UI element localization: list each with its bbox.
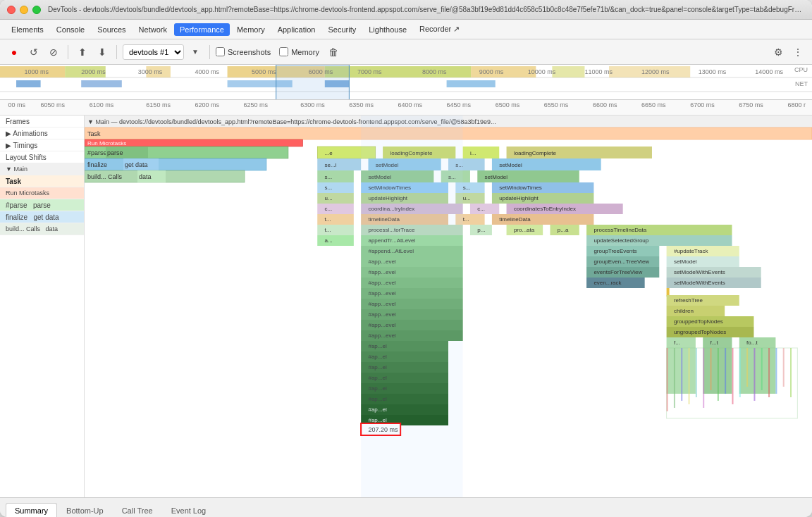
menu-application[interactable]: Application xyxy=(272,23,321,36)
svg-text:coordinatesToEntryIndex: coordinatesToEntryIndex xyxy=(514,206,576,212)
detail-ruler-svg: 00 ms 6050 ms 6100 ms 6150 ms 6200 ms 62… xyxy=(0,100,812,113)
svg-text:6300 ms: 6300 ms xyxy=(300,101,325,108)
toolbar-divider-1 xyxy=(68,45,68,59)
flamechart-container: Frames ▶ Animations ▶ Timings Layout Shi… xyxy=(0,116,812,497)
svg-text:refreshTree: refreshTree xyxy=(674,297,703,304)
perf-main: Frames ▶ Animations ▶ Timings Layout Shi… xyxy=(0,116,812,517)
svg-text:updateSelectedGroup: updateSelectedGroup xyxy=(593,237,648,244)
label-build: build... Calls data xyxy=(0,223,84,235)
menu-network[interactable]: Network xyxy=(133,23,173,36)
maximize-button[interactable] xyxy=(32,6,41,14)
devtools-window: DevTools - devtools://devtools/bundled/d… xyxy=(0,0,812,517)
svg-text:Run Microtasks: Run Microtasks xyxy=(87,140,126,147)
tab-summary[interactable]: Summary xyxy=(6,503,57,517)
svg-text:5000 ms: 5000 ms xyxy=(252,68,276,75)
menu-elements[interactable]: Elements xyxy=(6,23,49,36)
svg-text:6700 ms: 6700 ms xyxy=(690,101,715,108)
svg-rect-210 xyxy=(696,348,697,397)
label-timings[interactable]: ▶ Timings xyxy=(0,139,84,151)
detail-time-ruler: 00 ms 6050 ms 6100 ms 6150 ms 6200 ms 62… xyxy=(0,100,812,116)
svg-text:setModelWithEvents: setModelWithEvents xyxy=(674,280,725,286)
download-button[interactable]: ⬇ xyxy=(94,44,111,61)
svg-rect-220 xyxy=(768,348,770,397)
svg-text:t...: t... xyxy=(325,216,331,223)
tab-bottom-up[interactable]: Bottom-Up xyxy=(57,503,113,517)
svg-text:6550 ms: 6550 ms xyxy=(544,101,569,108)
tab-event-log[interactable]: Event Log xyxy=(162,503,216,517)
label-finalize: finalize get data xyxy=(0,211,84,223)
svg-rect-217 xyxy=(746,348,748,387)
svg-text:a...: a... xyxy=(325,237,333,244)
svg-rect-134 xyxy=(317,235,354,246)
svg-text:3000 ms: 3000 ms xyxy=(138,68,163,75)
svg-rect-221 xyxy=(775,348,777,394)
svg-text:setModel: setModel xyxy=(674,258,697,265)
svg-rect-223 xyxy=(790,348,792,397)
svg-text:build... Calls: build... Calls xyxy=(87,173,123,180)
label-frames: Frames xyxy=(0,116,84,127)
label-run-microtasks: Run Microtasks xyxy=(0,187,84,199)
svg-rect-70 xyxy=(463,147,500,158)
menu-recorder[interactable]: Recorder ↗ xyxy=(414,23,465,36)
target-expand-button[interactable]: ▼ xyxy=(187,44,204,61)
svg-text:data: data xyxy=(139,173,152,180)
svg-rect-211 xyxy=(703,348,704,408)
delete-recordings-button[interactable]: 🗑 xyxy=(325,44,342,61)
svg-text:6600 ms: 6600 ms xyxy=(593,101,617,108)
title-bar: DevTools - devtools://devtools/bundled/d… xyxy=(0,0,812,20)
svg-text:t...: t... xyxy=(463,216,469,223)
svg-rect-14 xyxy=(447,80,496,87)
menu-sources[interactable]: Sources xyxy=(92,23,131,36)
label-main-thread: ▼ Main xyxy=(0,163,84,175)
memory-checkbox[interactable] xyxy=(279,47,288,56)
svg-rect-203 xyxy=(739,337,776,394)
svg-text:6100 ms: 6100 ms xyxy=(90,101,114,108)
close-button[interactable] xyxy=(7,6,16,14)
svg-text:c...: c... xyxy=(477,206,485,212)
settings-button[interactable]: ⚙ xyxy=(770,44,787,61)
svg-text:setModel: setModel xyxy=(499,162,522,168)
svg-text:...e: ...e xyxy=(325,150,333,156)
screenshots-label[interactable]: Screenshots xyxy=(216,47,271,56)
svg-text:even...rack: even...rack xyxy=(593,280,622,286)
flamechart-canvas[interactable]: ▼ Main — devtools://devtools/bundled/dev… xyxy=(85,116,812,497)
menu-memory[interactable]: Memory xyxy=(231,23,271,36)
svg-text:6450 ms: 6450 ms xyxy=(447,101,472,108)
menu-performance[interactable]: Performance xyxy=(174,23,230,36)
upload-button[interactable]: ⬆ xyxy=(74,44,91,61)
clear-button[interactable]: ⊘ xyxy=(45,44,62,61)
svg-rect-74 xyxy=(317,158,361,170)
menu-security[interactable]: Security xyxy=(322,23,362,36)
more-button[interactable]: ⋮ xyxy=(789,44,806,61)
svg-rect-219 xyxy=(761,348,763,390)
svg-rect-212 xyxy=(710,348,712,390)
devtools-target-select[interactable]: devtools #1 xyxy=(123,44,184,60)
reload-button[interactable]: ↺ xyxy=(25,44,42,61)
svg-text:processTimelineData: processTimelineData xyxy=(593,227,646,233)
svg-rect-10 xyxy=(16,80,41,87)
label-animations[interactable]: ▶ Animations xyxy=(0,127,84,139)
svg-rect-218 xyxy=(753,348,755,401)
svg-text:loadingComplete: loadingComplete xyxy=(514,150,557,156)
svg-rect-216 xyxy=(739,348,741,397)
toolbar-right: ⚙ ⋮ xyxy=(770,44,806,61)
screenshots-checkbox[interactable] xyxy=(216,47,225,56)
timeline-overview[interactable]: CPU NET 1000 ms xyxy=(0,65,812,100)
svg-text:6500 ms: 6500 ms xyxy=(496,101,520,108)
svg-text:6650 ms: 6650 ms xyxy=(641,101,666,108)
minimize-button[interactable] xyxy=(20,6,28,14)
menu-console[interactable]: Console xyxy=(51,23,90,36)
svg-text:#updateTrack: #updateTrack xyxy=(674,248,709,254)
memory-label[interactable]: Memory xyxy=(279,47,319,56)
tab-call-tree[interactable]: Call Tree xyxy=(113,503,162,517)
svg-text:7000 ms: 7000 ms xyxy=(357,68,382,75)
menu-lighthouse[interactable]: Lighthouse xyxy=(363,23,412,36)
svg-rect-206 xyxy=(667,348,668,411)
menu-bar: Elements Console Sources Network Perform… xyxy=(0,20,812,39)
svg-text:14000 ms: 14000 ms xyxy=(755,68,783,75)
svg-rect-58 xyxy=(85,158,266,170)
svg-text:6800 r: 6800 r xyxy=(787,101,806,108)
svg-text:00 ms: 00 ms xyxy=(8,101,26,108)
toolbar-divider-2 xyxy=(116,45,117,59)
record-button[interactable]: ● xyxy=(6,44,23,61)
